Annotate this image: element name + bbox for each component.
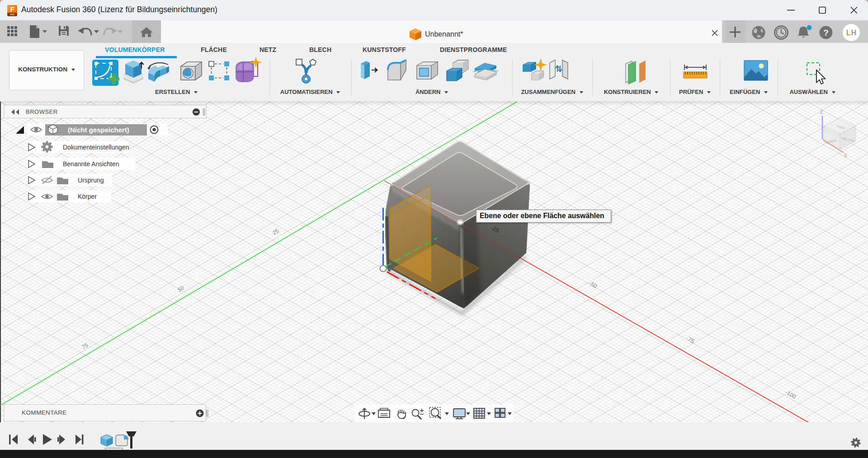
svg-text:H: H <box>851 29 857 37</box>
svg-text:Z: Z <box>820 110 823 115</box>
svg-text:Benannte Ansichten: Benannte Ansichten <box>63 160 119 168</box>
svg-text:Körper: Körper <box>78 193 97 200</box>
svg-text:-100: -100 <box>784 389 797 400</box>
svg-text:75: 75 <box>80 342 89 351</box>
svg-text:Unbenannt*: Unbenannt* <box>425 30 463 38</box>
svg-text:L: L <box>846 29 851 37</box>
svg-text:Ursprung: Ursprung <box>78 177 104 184</box>
svg-text:Dokumenteinstellungen: Dokumenteinstellungen <box>63 144 129 151</box>
svg-text:-50: -50 <box>588 280 599 290</box>
svg-text:50: 50 <box>176 285 185 293</box>
svg-text:-75: -75 <box>685 335 696 345</box>
svg-text:?: ? <box>823 28 829 37</box>
svg-text:(Nicht gespeichert): (Nicht gespeichert) <box>68 126 129 134</box>
svg-text:X: X <box>844 153 847 158</box>
svg-text:25: 25 <box>271 228 280 236</box>
